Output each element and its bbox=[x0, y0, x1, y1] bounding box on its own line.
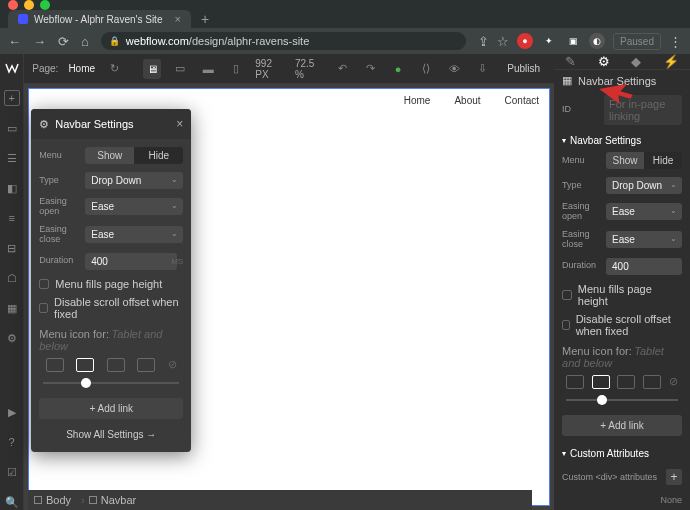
add-attribute-button[interactable]: + bbox=[666, 469, 682, 485]
custom-attributes-section[interactable]: Custom Attributes bbox=[554, 442, 690, 465]
forward-button[interactable]: → bbox=[33, 34, 46, 49]
reload-button[interactable]: ⟳ bbox=[58, 34, 69, 49]
rp-add-link-button[interactable]: + Add link bbox=[562, 415, 682, 436]
rp-device-tablet-icon[interactable] bbox=[592, 375, 610, 389]
device-tablet-icon[interactable] bbox=[76, 358, 94, 372]
add-element-icon[interactable]: + bbox=[4, 90, 20, 106]
code-icon[interactable]: ⟨⟩ bbox=[417, 59, 435, 79]
device-desktop-icon[interactable] bbox=[46, 358, 64, 372]
desktop-view-icon[interactable]: 🖥 bbox=[143, 59, 161, 79]
extension-icon-1[interactable]: ● bbox=[517, 33, 533, 49]
hide-button[interactable]: Hide bbox=[134, 147, 183, 164]
menu-icon[interactable]: ⋮ bbox=[669, 34, 682, 49]
redo-icon[interactable]: ↷ bbox=[361, 59, 379, 79]
nav-link-about[interactable]: About bbox=[454, 95, 480, 106]
rp-device-mobile-l-icon[interactable] bbox=[617, 375, 635, 389]
pages-icon[interactable]: ▭ bbox=[4, 120, 20, 136]
webflow-logo-icon[interactable] bbox=[4, 60, 20, 76]
rp-duration-input[interactable]: 400 bbox=[606, 258, 682, 275]
extension-icon-2[interactable]: ▣ bbox=[565, 33, 581, 49]
search-icon[interactable]: 🔍 bbox=[4, 494, 20, 510]
close-tab-icon[interactable]: × bbox=[174, 13, 180, 25]
style-manager-icon[interactable]: ◆ bbox=[631, 54, 641, 69]
preview-icon[interactable]: 👁 bbox=[445, 59, 463, 79]
show-all-button[interactable]: Show All Settings → bbox=[39, 425, 183, 444]
rp-easing-open-select[interactable]: Ease bbox=[606, 203, 682, 220]
canvas-width[interactable]: 992 PX bbox=[255, 58, 285, 80]
tablet-view-icon[interactable]: ▭ bbox=[171, 59, 189, 79]
add-link-button[interactable]: + Add link bbox=[39, 398, 183, 419]
attributes-none: None bbox=[554, 489, 690, 510]
revert-icon[interactable]: ↻ bbox=[105, 59, 123, 79]
crumb-body[interactable]: Body bbox=[34, 494, 85, 506]
show-button[interactable]: Show bbox=[85, 147, 134, 164]
page-name[interactable]: Home bbox=[68, 63, 95, 74]
url-bar[interactable]: 🔒 webflow.com/design/alphr-ravens-site bbox=[101, 32, 466, 50]
rp-breakpoint-slider[interactable] bbox=[566, 399, 678, 401]
settings-tab-icon[interactable]: ⚙ bbox=[598, 54, 610, 69]
rp-show-button[interactable]: Show bbox=[606, 152, 644, 169]
disable-scroll-checkbox[interactable] bbox=[39, 303, 48, 313]
rp-device-none-icon[interactable]: ⊘ bbox=[669, 375, 678, 389]
window-max-dot[interactable] bbox=[40, 0, 50, 10]
top-toolbar: Page: Home ↻ 🖥 ▭ ▬ ▯ 992 PX 72.5 % ↶ ↷ ●… bbox=[24, 54, 554, 84]
device-mobile-icon[interactable] bbox=[137, 358, 155, 372]
avatar-icon[interactable]: ◐ bbox=[589, 33, 605, 49]
back-button[interactable]: ← bbox=[8, 34, 21, 49]
star-icon[interactable]: ☆ bbox=[497, 34, 509, 49]
rp-device-desktop-icon[interactable] bbox=[566, 375, 584, 389]
browser-tab[interactable]: Webflow - Alphr Raven's Site × bbox=[8, 10, 191, 28]
nav-link-home[interactable]: Home bbox=[404, 95, 431, 106]
fills-checkbox[interactable] bbox=[39, 279, 49, 289]
canvas[interactable]: Home About Contact ⚙ Navbar Settings × M… bbox=[28, 88, 550, 506]
window-min-dot[interactable] bbox=[24, 0, 34, 10]
rp-fills-checkbox[interactable] bbox=[562, 290, 572, 300]
popup-title: Navbar Settings bbox=[55, 118, 170, 130]
rp-easing-open-label: Easing open bbox=[562, 202, 598, 222]
navigator-icon[interactable]: ☰ bbox=[4, 150, 20, 166]
window-close-dot[interactable] bbox=[8, 0, 18, 10]
mobile-landscape-icon[interactable]: ▬ bbox=[199, 59, 217, 79]
mobile-view-icon[interactable]: ▯ bbox=[227, 59, 245, 79]
status-ok-icon[interactable]: ● bbox=[389, 59, 407, 79]
rp-disable-checkbox[interactable] bbox=[562, 320, 570, 330]
settings-rail-icon[interactable]: ⚙ bbox=[4, 330, 20, 346]
video-icon[interactable]: ▶ bbox=[4, 404, 20, 420]
undo-icon[interactable]: ↶ bbox=[333, 59, 351, 79]
paused-badge[interactable]: Paused bbox=[613, 33, 661, 50]
duration-input[interactable]: 400 bbox=[85, 253, 177, 270]
rp-slider-thumb[interactable] bbox=[597, 395, 607, 405]
home-button[interactable]: ⌂ bbox=[81, 34, 89, 49]
help-icon[interactable]: ? bbox=[4, 434, 20, 450]
device-mobile-l-icon[interactable] bbox=[107, 358, 125, 372]
users-icon[interactable]: ☖ bbox=[4, 270, 20, 286]
close-popup-icon[interactable]: × bbox=[176, 117, 183, 131]
assets-icon[interactable]: ▦ bbox=[4, 300, 20, 316]
navbar-settings-section[interactable]: Navbar Settings bbox=[554, 129, 690, 152]
cms-icon[interactable]: ≡ bbox=[4, 210, 20, 226]
publish-button[interactable]: Publish bbox=[501, 60, 546, 77]
ecommerce-icon[interactable]: ⊟ bbox=[4, 240, 20, 256]
rp-easing-close-select[interactable]: Ease bbox=[606, 231, 682, 248]
rp-type-select[interactable]: Drop Down bbox=[606, 177, 682, 194]
new-tab-button[interactable]: + bbox=[201, 11, 209, 27]
share-icon[interactable]: ⇪ bbox=[478, 34, 489, 49]
breakpoint-slider[interactable] bbox=[43, 382, 179, 384]
crumb-navbar[interactable]: Navbar bbox=[89, 494, 146, 506]
interactions-tab-icon[interactable]: ⚡ bbox=[663, 54, 679, 69]
components-icon[interactable]: ◧ bbox=[4, 180, 20, 196]
rp-device-mobile-icon[interactable] bbox=[643, 375, 661, 389]
nav-link-contact[interactable]: Contact bbox=[505, 95, 539, 106]
id-label: ID bbox=[562, 105, 598, 115]
puzzle-icon[interactable]: ✦ bbox=[541, 33, 557, 49]
audit-icon[interactable]: ☑ bbox=[4, 464, 20, 480]
slider-thumb[interactable] bbox=[81, 378, 91, 388]
type-select[interactable]: Drop Down bbox=[85, 172, 183, 189]
device-none-icon[interactable]: ⊘ bbox=[168, 358, 177, 372]
canvas-zoom[interactable]: 72.5 % bbox=[295, 58, 323, 80]
easing-open-select[interactable]: Ease bbox=[85, 198, 183, 215]
easing-close-select[interactable]: Ease bbox=[85, 226, 183, 243]
style-tab-icon[interactable]: ✎ bbox=[565, 54, 576, 69]
export-icon[interactable]: ⇩ bbox=[473, 59, 491, 79]
rp-hide-button[interactable]: Hide bbox=[644, 152, 682, 169]
